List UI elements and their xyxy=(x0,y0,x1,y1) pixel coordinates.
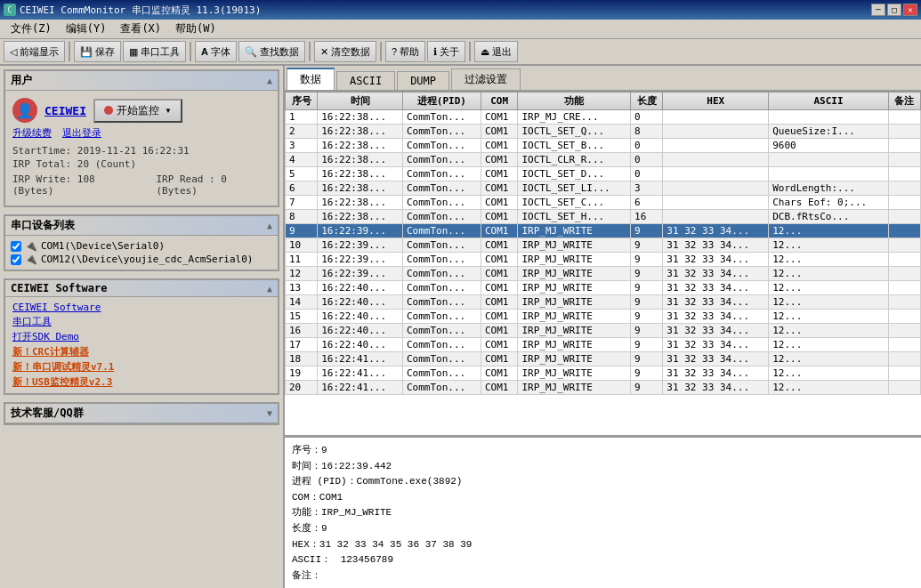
td-3: COM1 xyxy=(481,324,518,338)
data-table-container[interactable]: 序号 时间 进程(PID) COM 功能 长度 HEX ASCII 备注 116… xyxy=(285,92,921,437)
sw-link-1[interactable]: 串口工具 xyxy=(12,314,271,329)
sw-link-4[interactable]: 新！串口调试精灵v7.1 xyxy=(12,359,271,375)
td-2: CommTon... xyxy=(402,210,481,224)
sw-link-0[interactable]: CEIWEI Software xyxy=(12,301,271,314)
menu-edit[interactable]: 编辑(Y) xyxy=(59,20,114,38)
find-data-button[interactable]: 🔍 查找数据 xyxy=(238,41,305,62)
td-0: 5 xyxy=(286,167,318,181)
tech-section-header[interactable]: 技术客服/QQ群 ▼ xyxy=(5,404,278,423)
td-6: 31 32 33 34... xyxy=(663,381,769,395)
maximize-button[interactable]: □ xyxy=(887,4,901,16)
device-checkbox-1[interactable] xyxy=(11,254,21,265)
device-checkbox-0[interactable] xyxy=(11,241,21,252)
about-button[interactable]: ℹ 关于 xyxy=(427,41,465,62)
exit-button[interactable]: ⏏ 退出 xyxy=(474,41,518,62)
td-3: COM1 xyxy=(481,125,518,139)
tab-data[interactable]: 数据 xyxy=(287,68,335,90)
save-button[interactable]: 💾 保存 xyxy=(74,41,121,62)
menu-help[interactable]: 帮助(W) xyxy=(168,20,223,38)
device-label-1[interactable]: COM12(\Device\youjie_cdc_AcmSerial0) xyxy=(41,254,253,265)
td-4: IRP_MJ_WRITE xyxy=(518,281,631,295)
td-7: Chars Eof: 0;... xyxy=(769,196,888,210)
td-2: CommTon... xyxy=(402,181,481,196)
table-row[interactable]: 516:22:38...CommTon...COM1IOCTL_SET_D...… xyxy=(286,167,921,181)
table-row[interactable]: 1016:22:39...CommTon...COM1IRP_MJ_WRITE9… xyxy=(286,238,921,253)
close-button[interactable]: ✕ xyxy=(903,4,917,16)
table-row[interactable]: 1716:22:40...CommTon...COM1IRP_MJ_WRITE9… xyxy=(286,338,921,352)
serial-tool-button[interactable]: ▦ 串口工具 xyxy=(123,41,186,62)
user-section-header[interactable]: 用户 ▲ xyxy=(5,71,278,91)
upgrade-link[interactable]: 升级续费 xyxy=(12,126,52,140)
td-1: 16:22:38... xyxy=(318,196,403,210)
td-1: 16:22:38... xyxy=(318,153,403,167)
devices-section-header[interactable]: 串口设备列表 ▲ xyxy=(5,216,278,236)
device-label-0[interactable]: COM1(\Device\Serial0) xyxy=(41,240,165,252)
td-0: 10 xyxy=(286,238,318,253)
td-4: IRP_MJ_WRITE xyxy=(518,324,631,338)
td-4: IRP_MJ_WRITE xyxy=(518,295,631,310)
td-6 xyxy=(663,210,769,224)
toolbar-sep-4 xyxy=(380,42,382,61)
tab-filter[interactable]: 过滤设置 xyxy=(451,68,521,90)
table-row[interactable]: 416:22:38...CommTon...COM1IOCTL_CLR_R...… xyxy=(286,153,921,167)
td-7: QueueSize:I... xyxy=(769,125,888,139)
menu-file[interactable]: 文件(Z) xyxy=(4,20,59,38)
sw-link-5[interactable]: 新！USB监控精灵v2.3 xyxy=(12,375,271,390)
td-1: 16:22:40... xyxy=(318,281,403,295)
detail-len: 长度：9 xyxy=(292,521,914,537)
detail-func: 功能：IRP_MJ_WRITE xyxy=(292,505,914,521)
font-button[interactable]: A 字体 xyxy=(195,41,237,62)
devices-section-title: 串口设备列表 xyxy=(11,218,75,233)
td-7: 12... xyxy=(769,295,888,310)
table-row[interactable]: 1816:22:41...CommTon...COM1IRP_MJ_WRITE9… xyxy=(286,352,921,366)
username[interactable]: CEIWEI xyxy=(44,104,86,117)
table-row[interactable]: 216:22:38...CommTon...COM1IOCTL_SET_Q...… xyxy=(286,125,921,139)
td-8 xyxy=(888,210,920,224)
software-section-header[interactable]: CEIWEI Software ▲ xyxy=(5,280,278,297)
table-row[interactable]: 1916:22:41...CommTon...COM1IRP_MJ_WRITE9… xyxy=(286,366,921,381)
td-7: 12... xyxy=(769,381,888,395)
td-4: IRP_MJ_WRITE xyxy=(518,338,631,352)
table-row[interactable]: 1116:22:39...CommTon...COM1IRP_MJ_WRITE9… xyxy=(286,253,921,267)
logout-link[interactable]: 退出登录 xyxy=(62,126,101,140)
sw-link-3[interactable]: 新！CRC计算辅器 xyxy=(12,344,271,359)
td-0: 19 xyxy=(286,366,318,381)
tab-ascii[interactable]: ASCII xyxy=(336,71,395,90)
table-row[interactable]: 316:22:38...CommTon...COM1IOCTL_SET_B...… xyxy=(286,139,921,153)
help-button[interactable]: ? 帮助 xyxy=(385,41,425,62)
sw-link-2[interactable]: 打开SDK Demo xyxy=(12,329,271,344)
table-header-row: 序号 时间 进程(PID) COM 功能 长度 HEX ASCII 备注 xyxy=(286,93,921,110)
user-avatar: 👤 xyxy=(12,98,37,123)
front-display-button[interactable]: ◁ 前端显示 xyxy=(4,41,65,62)
device-item-1: 🔌 COM12(\Device\youjie_cdc_AcmSerial0) xyxy=(9,253,274,266)
tab-dump[interactable]: DUMP xyxy=(397,71,449,90)
td-1: 16:22:41... xyxy=(318,381,403,395)
table-row[interactable]: 1516:22:40...CommTon...COM1IRP_MJ_WRITE9… xyxy=(286,310,921,324)
td-6: 31 32 33 34... xyxy=(663,224,769,238)
table-row[interactable]: 616:22:38...CommTon...COM1IOCTL_SET_LI..… xyxy=(286,181,921,196)
table-row[interactable]: 716:22:38...CommTon...COM1IOCTL_SET_C...… xyxy=(286,196,921,210)
clear-data-button[interactable]: ✕ 清空数据 xyxy=(314,41,376,62)
table-row[interactable]: 916:22:39...CommTon...COM1IRP_MJ_WRITE93… xyxy=(286,224,921,238)
table-row[interactable]: 2016:22:41...CommTon...COM1IRP_MJ_WRITE9… xyxy=(286,381,921,395)
minimize-button[interactable]: ─ xyxy=(871,4,885,16)
th-len: 长度 xyxy=(631,93,663,110)
td-3: COM1 xyxy=(481,196,518,210)
table-row[interactable]: 1316:22:40...CommTon...COM1IRP_MJ_WRITE9… xyxy=(286,281,921,295)
table-row[interactable]: 1416:22:40...CommTon...COM1IRP_MJ_WRITE9… xyxy=(286,295,921,310)
td-0: 3 xyxy=(286,139,318,153)
td-1: 16:22:40... xyxy=(318,310,403,324)
find-icon: 🔍 xyxy=(245,46,257,58)
td-3: COM1 xyxy=(481,338,518,352)
td-5: 8 xyxy=(631,125,663,139)
td-1: 16:22:40... xyxy=(318,295,403,310)
irp-stats-row: IRP Write: 108 (Bytes) IRP Read : 0 (Byt… xyxy=(12,172,271,198)
table-row[interactable]: 816:22:38...CommTon...COM1IOCTL_SET_H...… xyxy=(286,210,921,224)
menu-view[interactable]: 查看(X) xyxy=(113,20,168,38)
table-row[interactable]: 1216:22:39...CommTon...COM1IRP_MJ_WRITE9… xyxy=(286,267,921,281)
start-monitor-button[interactable]: 开始监控 ▼ xyxy=(93,99,182,123)
table-row[interactable]: 1616:22:40...CommTon...COM1IRP_MJ_WRITE9… xyxy=(286,324,921,338)
td-8 xyxy=(888,224,920,238)
table-row[interactable]: 116:22:38...CommTon...COM1IRP_MJ_CRE...0 xyxy=(286,110,921,125)
save-icon: 💾 xyxy=(80,46,93,58)
